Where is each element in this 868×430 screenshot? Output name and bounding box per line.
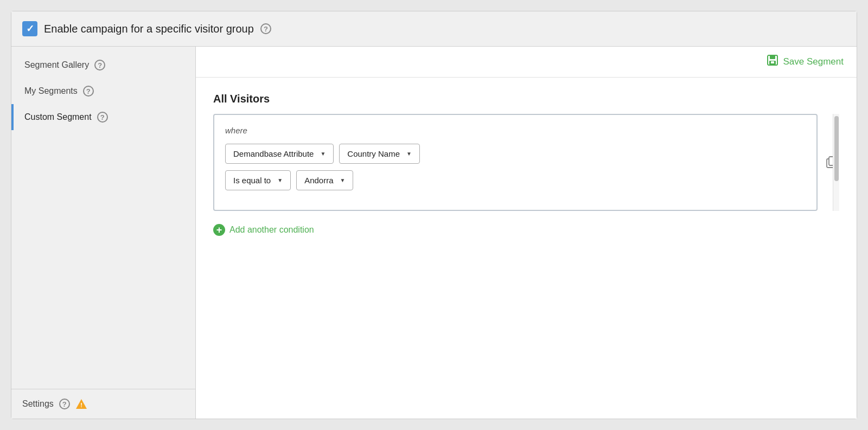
- condition-row-2: Is equal to ▼ Andorra ▼: [225, 170, 806, 190]
- dropdown-arrow: ▼: [406, 151, 412, 157]
- dropdown-arrow: ▼: [320, 151, 326, 157]
- country-name-dropdown[interactable]: Country Name ▼: [339, 144, 420, 164]
- scrollbar-thumb: [834, 116, 839, 181]
- section-title: All Visitors: [213, 93, 839, 105]
- is-equal-to-dropdown[interactable]: Is equal to ▼: [225, 170, 291, 190]
- sidebar-item-segment-gallery[interactable]: Segment Gallery ?: [11, 52, 195, 78]
- demandbase-attribute-dropdown[interactable]: Demandbase Attribute ▼: [225, 144, 334, 164]
- custom-segment-help-icon[interactable]: ?: [97, 112, 108, 123]
- sidebar-item-my-segments[interactable]: My Segments ?: [11, 78, 195, 104]
- sidebar-item-custom-segment[interactable]: Custom Segment ?: [11, 104, 195, 130]
- dropdown-arrow: ▼: [340, 177, 346, 183]
- condition-row-1: Demandbase Attribute ▼ Country Name ▼: [225, 144, 806, 164]
- header: Enable campaign for a specific visitor g…: [11, 11, 857, 47]
- main-toolbar: Save Segment: [196, 47, 857, 78]
- where-label: where: [225, 126, 806, 135]
- save-segment-button[interactable]: Save Segment: [767, 54, 844, 69]
- body: Segment Gallery ? My Segments ? Custom S…: [11, 47, 857, 419]
- sidebar-item-label: Segment Gallery: [24, 60, 89, 70]
- main-content: Save Segment All Visitors where Demandba…: [196, 47, 857, 419]
- scrollbar[interactable]: [833, 114, 839, 211]
- settings-label: Settings: [22, 399, 54, 409]
- sidebar-item-label: My Segments: [24, 86, 78, 96]
- main-body: All Visitors where Demandbase Attribute …: [196, 78, 857, 419]
- dropdown-arrow: ▼: [277, 177, 283, 183]
- sidebar-nav: Segment Gallery ? My Segments ? Custom S…: [11, 47, 195, 389]
- segment-gallery-help-icon[interactable]: ?: [94, 60, 105, 70]
- add-condition-label: Add another condition: [229, 225, 314, 235]
- svg-rect-5: [771, 61, 774, 63]
- add-condition-row[interactable]: + Add another condition: [213, 224, 839, 236]
- svg-text:!: !: [80, 402, 82, 408]
- andorra-dropdown[interactable]: Andorra ▼: [296, 170, 353, 190]
- save-icon: [767, 54, 778, 69]
- header-title: Enable campaign for a specific visitor g…: [44, 23, 254, 35]
- sidebar-item-label: Custom Segment: [24, 112, 92, 122]
- sidebar-footer: Settings ? !: [11, 389, 195, 419]
- enable-checkbox[interactable]: [22, 21, 37, 36]
- my-segments-help-icon[interactable]: ?: [83, 86, 94, 97]
- save-segment-label: Save Segment: [783, 56, 844, 67]
- settings-help-icon[interactable]: ?: [59, 399, 70, 409]
- sidebar: Segment Gallery ? My Segments ? Custom S…: [11, 47, 196, 419]
- condition-box: where Demandbase Attribute ▼ Country Nam…: [213, 114, 818, 211]
- add-condition-icon: +: [213, 224, 225, 236]
- settings-warning-icon: !: [75, 398, 87, 410]
- header-help-icon[interactable]: ?: [260, 23, 271, 34]
- svg-rect-3: [770, 55, 775, 59]
